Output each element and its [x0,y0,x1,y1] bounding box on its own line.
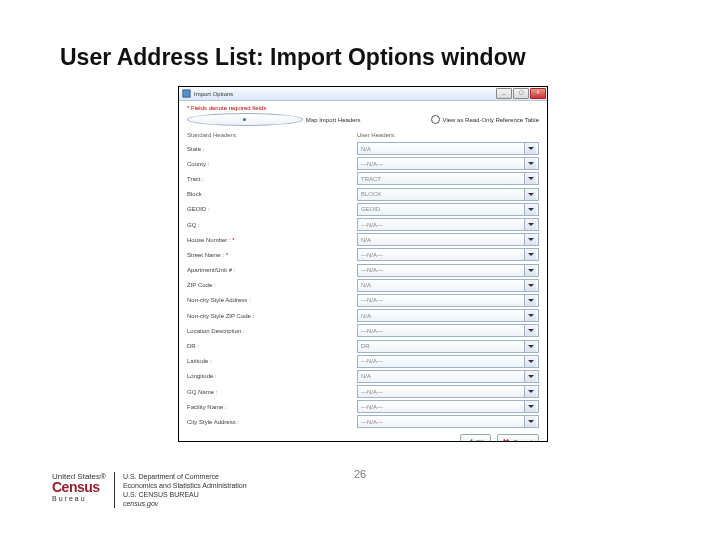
chevron-down-icon [524,234,536,245]
mapping-row: City Style Address :---N/A--- [187,414,539,429]
mapping-row: Street Name : *---N/A--- [187,247,539,262]
footer-branding: United States® Census Bureau U.S. Depart… [52,472,247,508]
window-title-text: Import Options [194,91,233,97]
mapping-row-label: Non-city Style ZIP Code : [187,313,357,319]
mapping-row-label: County : [187,161,357,167]
mapping-row-select[interactable]: N/A [357,233,539,246]
radio-map-headers[interactable] [187,113,303,126]
chevron-down-icon [524,280,536,291]
mapping-row: State :N/A [187,141,539,156]
mapping-row-label: Longitude : [187,373,357,379]
mapping-row-label: Apartment/Unit # : [187,267,357,273]
mapping-row-select[interactable]: ---N/A--- [357,355,539,368]
maximize-button[interactable]: ▢ [513,88,529,99]
mapping-row: Longitude :N/A [187,369,539,384]
slide-title: User Address List: Import Options window [60,44,660,71]
chevron-down-icon [524,341,536,352]
chevron-down-icon [524,265,536,276]
mapping-row-select[interactable]: DR [357,340,539,353]
mapping-row-label: GEOID : [187,206,357,212]
census-logo: Census Bureau [52,481,106,505]
select-value: ---N/A--- [361,328,383,334]
mapping-row-select[interactable]: ---N/A--- [357,294,539,307]
mapping-row-select[interactable]: ---N/A--- [357,400,539,413]
select-value: ---N/A--- [361,358,383,364]
chevron-down-icon [524,310,536,321]
window-icon [182,89,191,98]
mapping-row-select[interactable]: N/A [357,279,539,292]
mapping-row-label: City Style Address : [187,419,357,425]
close-button[interactable]: × [530,88,546,99]
slide: User Address List: Import Options window… [0,0,720,540]
mapping-row: GQ Name :---N/A--- [187,384,539,399]
col-user-headers: User Headers: [357,132,396,138]
mapping-row: GEOID :GEOID [187,202,539,217]
ok-button[interactable]: OK [460,434,492,442]
chevron-down-icon [524,173,536,184]
select-value: BLOCK [361,191,381,197]
col-standard-headers: Standard Headers: [187,132,357,138]
required-star: * [226,252,228,258]
mapping-row-label: State : [187,146,357,152]
mapping-row: Tract :TRACT [187,171,539,186]
mapping-row-select[interactable]: ---N/A--- [357,157,539,170]
mapping-row-label: Location Description : [187,328,357,334]
mapping-row: DR :DR [187,338,539,353]
check-icon [465,438,473,442]
mapping-row-label: GQ : [187,222,357,228]
mapping-row-label: GQ Name : [187,389,357,395]
mapping-row-label: Latitude : [187,358,357,364]
window-body: * Fields denote required fields Map Impo… [179,101,547,442]
mapping-row-select[interactable]: ---N/A--- [357,218,539,231]
radio-view-readonly[interactable] [431,115,440,124]
radio-map-headers-label: Map Import Headers [306,117,361,123]
mapping-row-select[interactable]: ---N/A--- [357,264,539,277]
mapping-row: Latitude :---N/A--- [187,354,539,369]
select-value: GEOID [361,206,380,212]
mapping-row: House Number : *N/A [187,232,539,247]
cancel-icon [502,438,510,442]
cancel-button[interactable]: Cancel [497,434,539,442]
mapping-row-select[interactable]: BLOCK [357,188,539,201]
mapping-row: County :---N/A--- [187,156,539,171]
mapping-rows: State :N/ACounty :---N/A---Tract :TRACTB… [187,141,539,430]
mapping-row: Apartment/Unit # :---N/A--- [187,263,539,278]
mapping-row-select[interactable]: N/A [357,370,539,383]
chevron-down-icon [524,325,536,336]
chevron-down-icon [524,371,536,382]
select-value: DR [361,343,370,349]
mapping-row-label: Block : [187,191,357,197]
column-headings: Standard Headers: User Headers: [187,132,539,138]
mapping-row-label: House Number : * [187,237,357,243]
mapping-row: Block :BLOCK [187,187,539,202]
chevron-down-icon [524,386,536,397]
svg-rect-0 [183,90,190,97]
mapping-row-select[interactable]: ---N/A--- [357,385,539,398]
select-value: ---N/A--- [361,297,383,303]
mapping-row-label: ZIP Code : [187,282,357,288]
minimize-button[interactable]: _ [496,88,512,99]
cancel-button-label: Cancel [513,439,532,442]
dept-line-2: Economics and Statistics Administration [123,481,247,490]
mapping-row-select[interactable]: TRACT [357,172,539,185]
chevron-down-icon [524,401,536,412]
chevron-down-icon [524,158,536,169]
window-buttons: _ ▢ × [496,88,547,99]
mapping-row-select[interactable]: ---N/A--- [357,324,539,337]
chevron-down-icon [524,189,536,200]
window-titlebar: Import Options _ ▢ × [179,87,547,101]
select-value: N/A [361,313,371,319]
chevron-down-icon [524,219,536,230]
mapping-row-select[interactable]: GEOID [357,203,539,216]
select-value: N/A [361,282,371,288]
header-mode-radios: Map Import Headers View as Read-Only Ref… [187,113,539,126]
mapping-row-select[interactable]: N/A [357,142,539,155]
mapping-row-select[interactable]: ---N/A--- [357,415,539,428]
mapping-row-select[interactable]: ---N/A--- [357,248,539,261]
ok-button-label: OK [476,439,485,442]
mapping-row-select[interactable]: N/A [357,309,539,322]
select-value: ---N/A--- [361,161,383,167]
select-value: N/A [361,373,371,379]
census-logo-block: United States® Census Bureau [52,472,106,505]
screenshot-window: Import Options _ ▢ × * Fields denote req… [178,86,548,442]
